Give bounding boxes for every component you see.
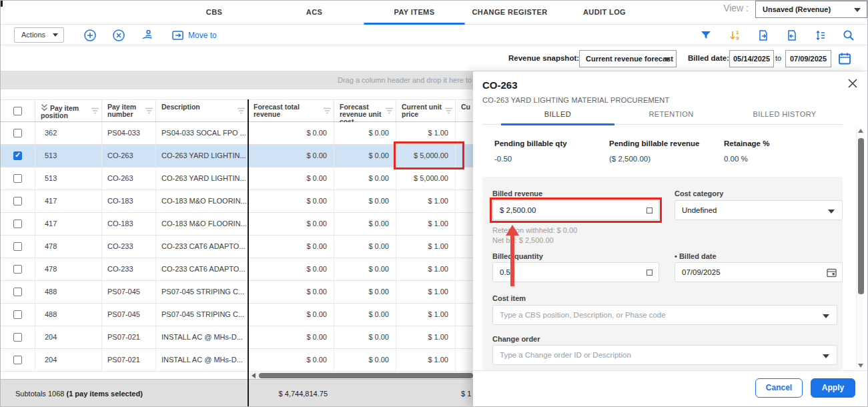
billed-quantity-field[interactable]: [492, 262, 659, 282]
revenue-snapshot-select[interactable]: Current revenue forecast: [579, 50, 677, 67]
scrollbar-thumb[interactable]: [259, 373, 473, 378]
cell-number: PS07-021: [102, 349, 156, 371]
panel-tab-retention[interactable]: RETENTION: [614, 110, 728, 125]
billed-quantity-input[interactable]: [493, 263, 659, 282]
column-header-current-unit-price[interactable]: Current unit price: [396, 100, 456, 121]
annotation-arrow-head: [506, 225, 519, 236]
revenue-snapshot-label: Revenue snapshot:: [508, 46, 579, 71]
cost-item-label: Cost item: [492, 294, 526, 302]
cost-item-combobox[interactable]: [492, 305, 837, 325]
row-checkbox[interactable]: [1, 167, 35, 189]
cost-category-select[interactable]: [675, 200, 843, 220]
cell-forecast-total-revenue: $ 0.00: [248, 236, 334, 258]
row-checkbox[interactable]: [1, 145, 35, 167]
stat-pending-billable-revenue-value: ($ 2,500.00): [609, 155, 650, 163]
subtotal-forecast-total-revenue: $ 4,744,814.75: [249, 380, 334, 407]
cancel-button[interactable]: Cancel: [755, 378, 803, 398]
column-filter-icon: [145, 107, 153, 115]
stat-retainage-label: Retainage %: [724, 139, 769, 147]
row-settings-icon[interactable]: [813, 28, 828, 43]
scrollbar-thumb[interactable]: [858, 138, 864, 294]
cell-number: PS04-033: [102, 122, 156, 144]
calendar-icon[interactable]: [837, 51, 853, 67]
panel-tabbar: BILLED RETENTION BILLED HISTORY: [482, 110, 843, 125]
calendar-icon[interactable]: [826, 267, 837, 280]
cell-current-unit-price: $ 1.00: [396, 349, 456, 371]
column-header-pay-item-number[interactable]: Pay item number: [102, 100, 156, 121]
cell-forecast-total-revenue: $ 0.00: [248, 281, 334, 303]
frozen-column-divider[interactable]: [248, 99, 249, 407]
export-page-icon[interactable]: [756, 28, 771, 43]
column-header-forecast-total-revenue[interactable]: Forecast total revenue: [248, 100, 334, 121]
cell-position: 204: [35, 326, 102, 348]
tab-acs[interactable]: ACS: [276, 1, 352, 25]
cell-forecast-revenue-unit-cost: $ 0.00: [334, 145, 396, 167]
cell-description: PS07-045 STRIPING C...: [156, 304, 248, 326]
row-checkbox[interactable]: [1, 281, 35, 303]
panel-footer: Cancel Apply: [473, 370, 867, 406]
cost-item-input[interactable]: [493, 306, 837, 324]
row-checkbox[interactable]: [1, 349, 35, 371]
billed-date-input[interactable]: [675, 263, 842, 282]
row-checkbox[interactable]: [1, 304, 35, 326]
row-checkbox[interactable]: [1, 213, 35, 235]
assign-resource-icon[interactable]: [140, 28, 155, 43]
date-range-to-label: to: [775, 46, 781, 71]
sort-1-9-icon[interactable]: 19: [727, 28, 742, 43]
vertical-scrollbar[interactable]: [856, 127, 864, 369]
cell-current-unit-price: $ 1.00: [396, 326, 456, 348]
panel-tab-billed[interactable]: BILLED: [501, 110, 614, 125]
column-header-pay-item-position[interactable]: Pay item position: [35, 100, 102, 121]
snapshot-bar: Revenue snapshot: Current revenue foreca…: [1, 46, 867, 71]
cell-description: CO-263 YARD LIGHTIN...: [156, 167, 248, 189]
view-select-value: Unsaved (Revenue): [763, 5, 831, 13]
annotation-highlight-billed-revenue-field: [490, 197, 662, 223]
apply-button[interactable]: Apply: [811, 378, 855, 398]
scroll-down-arrow[interactable]: [858, 364, 863, 368]
cell-current-unit-price: $ 1.00: [396, 236, 456, 258]
row-checkbox[interactable]: [1, 326, 35, 348]
change-order-combobox[interactable]: [492, 345, 837, 365]
select-all-checkbox[interactable]: [1, 100, 35, 121]
cell-forecast-revenue-unit-cost: $ 0.00: [334, 122, 396, 144]
tab-cbs[interactable]: CBS: [176, 1, 252, 25]
tab-audit-log[interactable]: AUDIT LOG: [553, 1, 656, 25]
svg-text:1: 1: [736, 29, 739, 35]
row-checkbox[interactable]: [1, 236, 35, 258]
row-checkbox[interactable]: [1, 190, 35, 212]
column-header-forecast-revenue-unit-cost[interactable]: Forecast revenue unit cost: [334, 100, 396, 121]
column-label: Cu: [461, 103, 470, 111]
scroll-left-arrow[interactable]: [252, 373, 256, 378]
cell-current-unit-price: $ 1.00: [396, 281, 456, 303]
app-window: CBS ACS PAY ITEMS CHANGE REGISTER AUDIT …: [0, 0, 868, 407]
cell-forecast-total-revenue: $ 0.00: [248, 349, 334, 371]
remove-circle-icon[interactable]: [111, 28, 126, 43]
view-select[interactable]: Unsaved (Revenue): [755, 1, 867, 18]
actions-button[interactable]: Actions: [14, 27, 64, 43]
scroll-up-arrow[interactable]: [858, 129, 863, 133]
billed-quantity-label: Billed quantity: [492, 252, 543, 260]
cell-number: PS07-045: [102, 281, 156, 303]
row-checkbox[interactable]: [1, 258, 35, 280]
horizontal-scrollbar[interactable]: [250, 372, 473, 379]
search-icon[interactable]: [841, 28, 856, 43]
panel-tab-billed-history[interactable]: BILLED HISTORY: [728, 110, 841, 125]
filter-icon[interactable]: [699, 28, 713, 43]
cost-category-value[interactable]: [675, 201, 842, 220]
billed-date-field[interactable]: [675, 262, 843, 282]
billed-date-to-input[interactable]: 07/09/2025: [785, 50, 831, 67]
cell-description: CO-233 CAT6 ADAPTO...: [156, 236, 248, 258]
billed-date-from-input[interactable]: 05/14/2025: [729, 50, 774, 67]
column-header-description[interactable]: Description: [156, 100, 248, 121]
import-page-icon[interactable]: [785, 28, 799, 43]
column-filter-icon: [323, 107, 332, 115]
close-icon[interactable]: [846, 77, 859, 90]
cell-position: 204: [35, 349, 102, 371]
add-circle-icon[interactable]: [83, 28, 97, 43]
row-checkbox[interactable]: [1, 122, 35, 144]
field-toggle-icon[interactable]: [646, 270, 653, 276]
change-order-input[interactable]: [493, 346, 837, 364]
move-to-button[interactable]: Move to: [171, 28, 217, 43]
stat-pending-billable-qty-value: -0.50: [494, 155, 512, 163]
panel-title: CO-263: [482, 79, 518, 91]
